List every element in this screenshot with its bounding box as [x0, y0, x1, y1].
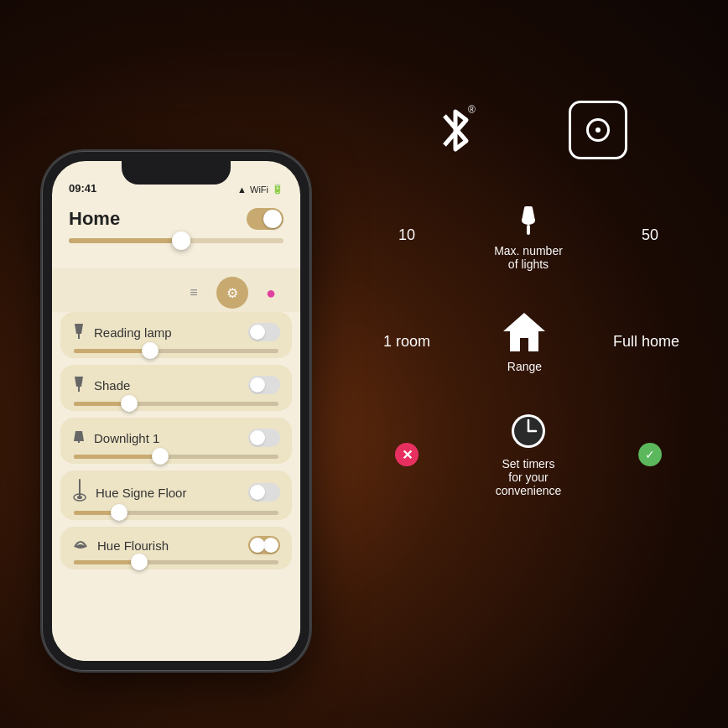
light-item-shade: Shade — [60, 365, 292, 411]
reading-lamp-left: Reading lamp — [72, 320, 172, 344]
brightness-slider[interactable] — [69, 238, 283, 243]
range-max-value: Full home — [613, 333, 679, 351]
hue-signe-toggle[interactable] — [248, 483, 280, 502]
svg-text:®: ® — [468, 104, 476, 116]
reading-lamp-slider[interactable] — [74, 349, 278, 353]
light-item-hue-signe: Hue Signe Floor — [60, 471, 292, 520]
hue-flourish-icon — [72, 535, 89, 555]
downlight-slider[interactable] — [74, 455, 278, 459]
brightness-track — [69, 238, 283, 243]
reading-lamp-fill — [74, 349, 145, 353]
hue-signe-icon — [72, 479, 87, 506]
bluetooth-icon: ® — [430, 101, 481, 159]
signal-icon: ▲ — [237, 185, 247, 195]
shade-slider[interactable] — [74, 402, 278, 406]
downlight-toggle[interactable] — [248, 429, 280, 447]
phone-outer: 09:41 ▲ WiFi 🔋 Home — [42, 151, 310, 671]
phone-screen: 09:41 ▲ WiFi 🔋 Home — [52, 161, 300, 661]
app-header: Home — [52, 198, 300, 257]
home-row: Home — [69, 208, 283, 230]
hue-flourish-slider[interactable] — [74, 560, 278, 564]
reading-lamp-name: Reading lamp — [94, 325, 172, 340]
home-title: Home — [69, 208, 120, 230]
svg-rect-13 — [78, 387, 80, 392]
light-item-reading-lamp: Reading lamp — [60, 312, 292, 358]
hue-signe-slider[interactable] — [74, 511, 278, 515]
lights-list: Reading lamp — [52, 312, 300, 661]
shade-row: Shade — [72, 373, 280, 397]
svg-rect-1 — [527, 225, 530, 235]
hue-flourish-name: Hue Flourish — [97, 538, 169, 553]
svg-marker-12 — [75, 377, 83, 387]
tab-bar: ≡ ⚙ ● — [52, 268, 300, 317]
shade-fill — [74, 402, 125, 406]
hue-signe-left: Hue Signe Floor — [72, 479, 186, 506]
tab-list[interactable]: ≡ — [178, 277, 210, 309]
hue-signe-thumb[interactable] — [111, 504, 127, 521]
status-time: 09:41 — [69, 182, 96, 195]
light-item-downlight: Downlight 1 — [60, 418, 292, 464]
hue-signe-fill — [74, 511, 115, 515]
wifi-icon: WiFi — [250, 185, 268, 195]
shade-thumb[interactable] — [121, 395, 138, 412]
downlight-thumb[interactable] — [152, 448, 169, 465]
timers-x-status: ✕ — [395, 443, 419, 466]
reading-lamp-thumb[interactable] — [142, 342, 159, 359]
downlight-left: Downlight 1 — [72, 426, 159, 450]
bluetooth-icon-box: ® — [430, 101, 481, 159]
downlight-name: Downlight 1 — [94, 431, 159, 445]
lamp-icon — [516, 200, 541, 237]
svg-marker-5 — [503, 313, 545, 351]
phone-notch — [122, 161, 231, 185]
phone-mockup: 09:41 ▲ WiFi 🔋 Home — [42, 151, 327, 688]
reading-lamp-row: Reading lamp — [72, 320, 280, 344]
bridge-icon-box — [569, 101, 627, 159]
clock-icon — [509, 412, 548, 450]
hue-flourish-toggle[interactable] — [248, 536, 280, 554]
hue-flourish-left: Hue Flourish — [72, 535, 169, 555]
tab-color[interactable]: ● — [255, 277, 287, 309]
brightness-thumb[interactable] — [172, 231, 190, 250]
status-icons: ▲ WiFi 🔋 — [237, 184, 283, 195]
timers-label: Set timers for your convenience — [496, 457, 562, 497]
battery-icon: 🔋 — [272, 184, 283, 195]
hue-flourish-row: Hue Flourish — [72, 535, 280, 555]
timers-row: ✕ Set timers for your convenience ✓ — [352, 397, 705, 512]
svg-marker-10 — [75, 324, 83, 334]
hue-flourish-thumb[interactable] — [131, 554, 148, 570]
svg-rect-4 — [524, 206, 533, 210]
svg-rect-15 — [78, 438, 80, 443]
icon-row: ® — [352, 84, 705, 176]
max-lights-center: Max. number of lights — [494, 200, 563, 271]
range-row: 1 room Range Full home — [352, 294, 705, 388]
range-min-value: 1 room — [377, 333, 436, 351]
info-panel: ® 10 Max. number of li — [352, 84, 705, 671]
range-center: Range — [491, 309, 558, 373]
tab-settings[interactable]: ⚙ — [216, 277, 248, 309]
shade-toggle[interactable] — [248, 376, 280, 394]
hue-signe-name: Hue Signe Floor — [96, 486, 186, 500]
bridge-icon — [569, 101, 627, 159]
timers-center: Set timers for your convenience — [495, 412, 562, 497]
shade-left: Shade — [72, 373, 130, 397]
shade-name: Shade — [94, 378, 130, 393]
max-lights-min-value: 10 — [377, 226, 436, 244]
house-icon — [502, 309, 548, 353]
reading-lamp-toggle[interactable] — [248, 323, 280, 341]
light-item-hue-flourish: Hue Flourish — [60, 527, 292, 569]
svg-point-18 — [77, 496, 82, 499]
downlight-icon — [72, 426, 86, 450]
max-lights-max-value: 50 — [621, 226, 679, 244]
max-lights-row: 10 Max. number of lights 50 — [352, 185, 705, 286]
shade-icon — [72, 373, 86, 397]
downlight-fill — [74, 455, 156, 459]
timers-check-status: ✓ — [638, 443, 662, 466]
svg-marker-3 — [522, 208, 535, 221]
reading-lamp-icon — [72, 320, 86, 344]
bridge-dot — [595, 127, 601, 133]
bridge-inner — [586, 118, 610, 142]
hue-flourish-fill — [74, 560, 135, 564]
brightness-fill — [69, 238, 176, 243]
hue-signe-row: Hue Signe Floor — [72, 479, 280, 506]
home-toggle[interactable] — [247, 208, 283, 230]
